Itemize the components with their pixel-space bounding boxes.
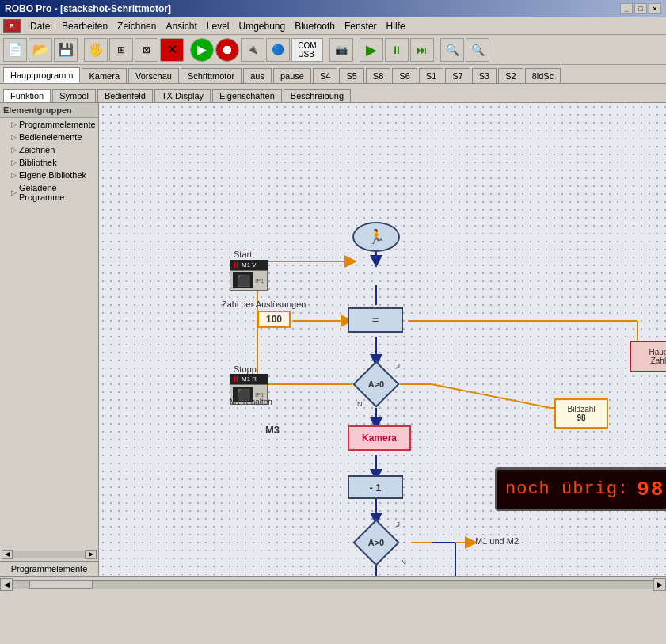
run-green-button[interactable]: ▶ (190, 38, 214, 62)
tab-vorschau[interactable]: Vorschau (128, 68, 179, 83)
menubar: R Datei Bearbeiten Zeichnen Ansicht Leve… (0, 17, 666, 35)
stop-button[interactable]: ⏺ (215, 38, 239, 62)
tab-s8[interactable]: S8 (366, 68, 390, 83)
menu-fenster[interactable]: Fenster (340, 19, 382, 33)
tool2[interactable]: ⊞ (109, 38, 133, 62)
new-button[interactable]: 📄 (3, 38, 27, 62)
zoom-in-button[interactable]: 🔍 (440, 38, 464, 62)
app-logo: R (3, 19, 21, 33)
equals-box[interactable]: = (348, 307, 403, 333)
cursor-tool[interactable]: 🖐 (84, 38, 108, 62)
zoom-out-button[interactable]: 🔍 (466, 38, 489, 62)
lp-programmelemente[interactable]: ▷ Programmelemente (0, 118, 98, 131)
tab-s4[interactable]: S4 (313, 68, 337, 83)
m1-m2-label: M1 und M2 (475, 536, 519, 546)
expand-icon4: ▷ (11, 158, 17, 166)
hscroll-track[interactable] (13, 580, 653, 589)
lp-bottom-label: Programmelemente (0, 561, 98, 576)
bildzahl-label: Bildzahl (567, 405, 595, 413)
led-val: 98 (637, 478, 664, 501)
play-button[interactable]: ▶ (360, 38, 383, 62)
menu-hilfe[interactable]: Hilfe (382, 19, 410, 33)
val-100-box[interactable]: 100 (257, 311, 291, 328)
scroll-track (13, 551, 86, 558)
kamera-box[interactable]: Kamera (348, 425, 411, 451)
tab-beschreibung[interactable]: Beschreibung (284, 89, 351, 102)
save-button[interactable]: 💾 (54, 38, 78, 62)
scroll-left-btn[interactable]: ◀ (2, 550, 13, 559)
menu-bearbeiten[interactable]: Bearbeiten (57, 19, 112, 33)
tool3[interactable]: ⊠ (135, 38, 158, 62)
pause-button[interactable]: ⏸ (385, 38, 409, 62)
hauptpro-box[interactable]: Hauptpro Zahl der (630, 341, 666, 372)
lp-programmelemente-label: Programmelemente (19, 120, 96, 129)
connect-button[interactable]: 🔌 (241, 38, 264, 62)
eq-text: = (372, 314, 379, 326)
open-button[interactable]: 📂 (29, 38, 52, 62)
minus1-box[interactable]: - 1 (348, 475, 403, 499)
tab-aus[interactable]: aus (243, 68, 272, 83)
hscroll-left-btn[interactable]: ◀ (0, 578, 13, 591)
menu-ansicht[interactable]: Ansicht (161, 19, 201, 33)
lp-bedienelemente[interactable]: ▷ Bedienelemente (0, 131, 98, 143)
window-title: ROBO Pro - [stackshot-Schrittmotor] (5, 3, 620, 14)
lp-geladene-programme[interactable]: ▷ Geladene Programme (0, 181, 98, 204)
minimize-button[interactable]: _ (620, 3, 633, 14)
tab-s7[interactable]: S7 (445, 68, 470, 83)
horizontal-scrollbar[interactable]: ◀ ▶ (0, 576, 666, 592)
step-button[interactable]: ⏭ (410, 38, 434, 62)
tab-schrittmotor[interactable]: Schrittmotor (181, 68, 242, 83)
canvas-area[interactable]: 🏃 Start ⏸ M1 V ⬛ IF1 Zahl der Auslösunge… (99, 103, 666, 576)
scroll-right-btn[interactable]: ▶ (86, 550, 97, 559)
expand-icon3: ▷ (11, 146, 17, 154)
tab-eigenschaften[interactable]: Eigenschaften (212, 89, 282, 102)
close-button[interactable]: × (649, 3, 661, 14)
diamond1-j: J (397, 362, 401, 370)
diamond1[interactable]: A>0 J N (352, 360, 400, 408)
m3-label: M3 (265, 424, 280, 436)
start-text: Start (234, 250, 252, 259)
diamond2[interactable]: A>0 J N (352, 519, 400, 566)
start-oval[interactable]: 🏃 (352, 222, 400, 252)
tab-s5[interactable]: S5 (339, 68, 363, 83)
tab-symbol[interactable]: Symbol (52, 89, 96, 102)
menu-bluetooth[interactable]: Bluetooth (290, 19, 340, 33)
minus1-text: - 1 (369, 482, 381, 493)
svg-line-12 (432, 384, 550, 408)
hscroll-thumb[interactable] (29, 581, 93, 589)
val-100-text: 100 (266, 314, 282, 325)
titlebar: ROBO Pro - [stackshot-Schrittmotor] _ □ … (0, 0, 666, 17)
led-display: noch übrig: 98 (495, 467, 666, 511)
lp-bibliothek[interactable]: ▷ Bibliothek (0, 156, 98, 169)
maximize-button[interactable]: □ (634, 3, 647, 14)
tab-hauptprogramm[interactable]: Hauptprogramm (3, 67, 80, 83)
flowchart-canvas: 🏃 Start ⏸ M1 V ⬛ IF1 Zahl der Auslösunge… (99, 103, 666, 576)
tab-bedienfeld[interactable]: Bedienfeld (97, 89, 153, 102)
tab-funktion[interactable]: Funktion (3, 89, 51, 102)
usb-button[interactable]: COMUSB (291, 38, 323, 62)
lp-zeichnen-label: Zeichnen (19, 145, 55, 154)
bluetooth-button[interactable]: 🔵 (266, 38, 290, 62)
lp-eigene-bibliothek[interactable]: ▷ Eigene Bibliothek (0, 169, 98, 181)
m1v-block[interactable]: ⏸ M1 V ⬛ IF1 (230, 260, 268, 291)
window-controls[interactable]: _ □ × (620, 3, 661, 14)
tab-8ldsc[interactable]: 8ldSc (525, 68, 561, 83)
tab-s6[interactable]: S6 (392, 68, 417, 83)
lp-zeichnen[interactable]: ▷ Zeichnen (0, 143, 98, 156)
camera-button[interactable]: 📷 (329, 38, 353, 62)
tab-s1[interactable]: S1 (419, 68, 443, 83)
tab-pause[interactable]: pause (273, 68, 311, 83)
tab-s2[interactable]: S2 (498, 68, 523, 83)
hscroll-right-btn[interactable]: ▶ (653, 578, 666, 591)
tab-s3[interactable]: S3 (472, 68, 497, 83)
tab-txdisplay[interactable]: TX Display (154, 89, 211, 102)
tab-kamera[interactable]: Kamera (82, 68, 127, 83)
menu-datei[interactable]: Datei (25, 19, 57, 33)
menu-level[interactable]: Level (202, 19, 234, 33)
m1r-halten-label: M1 R halten (230, 398, 272, 406)
stop-red-button[interactable]: ✕ (160, 38, 184, 62)
bildzahl-box[interactable]: Bildzahl 98 (554, 398, 608, 429)
lp-bedienelemente-label: Bedienelemente (19, 132, 82, 142)
menu-umgebung[interactable]: Umgebung (234, 19, 290, 33)
menu-zeichnen[interactable]: Zeichnen (112, 19, 161, 33)
